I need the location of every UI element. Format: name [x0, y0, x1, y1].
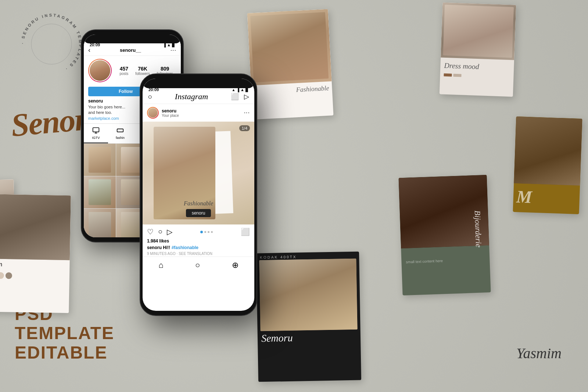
tv-icon[interactable]: ⬜ — [231, 93, 239, 101]
home-icon[interactable]: ⌂ — [158, 260, 163, 270]
profile-username: senoru__ — [120, 47, 141, 53]
post-timestamp: 9 MINUTES AGO · SEE TRANSLATION — [143, 251, 254, 256]
svg-rect-2 — [93, 128, 99, 132]
dress-mood-text: Dress mood — [444, 61, 510, 72]
svg-text:· SENORU INSTAGRAM TEMPLATES ·: · SENORU INSTAGRAM TEMPLATES · — [20, 13, 83, 72]
profile-link[interactable]: marketplace.com — [88, 116, 119, 121]
color-swatches — [0, 270, 69, 282]
yasmim-text: Yasmim — [0, 259, 70, 271]
post-username: senoru — [162, 108, 179, 114]
grid-item-4[interactable] — [84, 176, 116, 208]
post-user: senoru Your place — [147, 107, 179, 119]
post-overlay: Fashionable senoru — [150, 200, 247, 217]
post-actions: ♡ ○ ▷ ⬜ — [143, 224, 254, 238]
card-bijourderie: Bijourderie small text content here — [398, 175, 491, 295]
card-yasmim: Yasmim — [0, 194, 71, 313]
grid-item-7[interactable] — [84, 209, 116, 237]
post-avatar — [147, 107, 159, 119]
more-options-icon[interactable]: ··· — [171, 47, 176, 54]
phone-front: 20:09 ▲ ▐ ▲ ▊ ○ Instagram ⬜ ▷ — [140, 73, 257, 316]
carousel-indicators — [200, 231, 213, 233]
location-icon: ▲ — [232, 88, 235, 92]
card-fashionable: Fashionable — [247, 9, 334, 119]
fashionable-text: Fashionable — [150, 200, 247, 207]
semoru-text: Semoru — [258, 329, 361, 346]
heart-icon[interactable]: ♡ — [147, 227, 154, 236]
posts-stat: 457 posts — [119, 66, 128, 76]
comment-icon[interactable]: ○ — [158, 227, 162, 236]
tab-fashin[interactable]: fashin — [108, 124, 132, 143]
feed-action-icons: ⬜ ▷ — [231, 93, 249, 101]
caption-text: Hi!! — [163, 245, 171, 250]
yasmim-label: Yasmim — [516, 345, 562, 362]
caption-username: senoru — [147, 245, 162, 250]
followers-stat: 76K followers — [135, 66, 150, 76]
brand-badge: senoru — [186, 209, 211, 217]
post-image: 1/4 Fashionable senoru — [143, 122, 254, 224]
psd-template-text: PSD TEMPLATE EDITABLE — [15, 305, 114, 363]
search-icon[interactable]: ○ — [195, 260, 200, 270]
post-header: senoru Your place ··· — [143, 104, 254, 122]
action-icons: ♡ ○ ▷ — [147, 227, 172, 236]
likes-count: 1.984 likes — [143, 238, 254, 244]
main-container: · SENORU INSTAGRAM TEMPLATES · Senoru PS… — [0, 0, 588, 392]
card-dress-mood: Dress mood — [440, 3, 516, 97]
circular-text: · SENORU INSTAGRAM TEMPLATES · — [15, 7, 88, 81]
bottom-nav: ⌂ ○ ⊕ — [143, 256, 254, 272]
save-icon[interactable]: ⬜ — [241, 227, 250, 236]
see-translation[interactable]: SEE TRANSLATION — [179, 252, 212, 256]
add-icon[interactable]: ⊕ — [232, 260, 239, 270]
back-button[interactable]: ‹ — [88, 46, 90, 54]
grid-item-1[interactable] — [84, 144, 116, 176]
camera-icon[interactable]: ○ — [148, 93, 152, 101]
m-letter: M — [516, 186, 577, 209]
post-more-icon[interactable]: ··· — [244, 109, 250, 116]
post-location: Your place — [162, 114, 179, 118]
card-m: M — [513, 116, 582, 214]
post-counter: 1/4 — [239, 125, 250, 131]
send-icon[interactable]: ▷ — [244, 93, 249, 101]
tab-igtv[interactable]: IGTV — [84, 124, 108, 143]
post-caption: senoru Hi!! #fashionable — [143, 244, 254, 251]
bijourderie-text: Bijourderie — [473, 210, 483, 247]
profile-avatar — [88, 59, 112, 82]
caption-hashtag[interactable]: #fashionable — [172, 245, 198, 250]
share-icon[interactable]: ▷ — [167, 227, 172, 236]
instagram-logo: Instagram — [175, 92, 208, 101]
card-kodak: KODAK 400TX Semoru — [256, 252, 361, 382]
svg-point-1 — [31, 24, 72, 64]
fashionable-card-text: Fashionable — [254, 84, 329, 96]
